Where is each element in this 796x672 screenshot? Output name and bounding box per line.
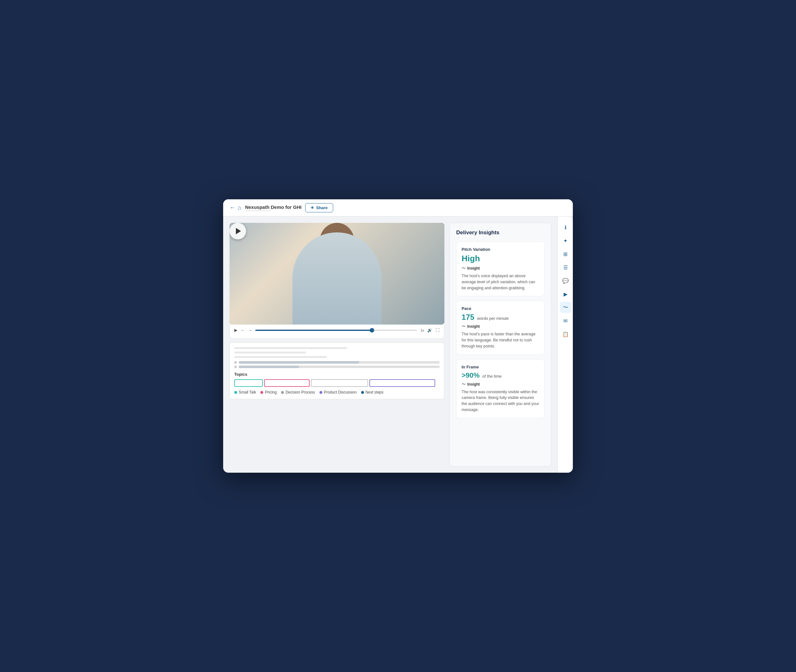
track-dot-1 [234,361,237,364]
frame-insight-desc: The host was consistently visible within… [462,389,539,413]
pace-insight-row: 〜 Insight [462,323,539,329]
track-bar-1 [239,361,440,364]
legend-item-4: Next steps [361,390,384,395]
title-area: Nexuspath Demo for GHI [245,205,302,211]
pitch-insight-row: 〜 Insight [462,266,539,271]
volume-icon[interactable]: 🔊 [427,328,432,333]
person-body [293,232,382,325]
pitch-trend-icon: 〜 [462,266,466,271]
progress-thumb [370,328,374,333]
track-dot-2 [234,366,237,368]
track-bar-2 [239,366,440,368]
speed-button[interactable]: 1x [420,328,424,332]
controls-row: ▶ ← → 1x 🔊 ⛶ [234,328,440,333]
pitch-insight-tag: Insight [467,266,480,270]
pace-value-unit: words per minute [477,316,509,321]
app-window: ← ⌂ Nexuspath Demo for GHI ✈ Share [223,199,573,473]
page-title: Nexuspath Demo for GHI [245,205,302,210]
legend-dot-3 [320,391,322,394]
nav-area: ← ⌂ [230,205,241,211]
track-fill-1 [239,361,359,364]
frame-value-row: >90% of the time [462,371,539,379]
frame-insight-tag: Insight [467,382,480,387]
top-bar: ← ⌂ Nexuspath Demo for GHI ✈ Share [223,199,573,216]
back-button[interactable]: ← [230,205,235,211]
pace-value: 175 [462,313,474,322]
legend-dot-2 [281,391,284,394]
topic-bar-pricing [264,379,309,387]
speaker-track-1 [234,361,440,364]
sidebar-icon-video[interactable]: ▶ [560,288,571,300]
legend-label-0: Small Talk [239,390,256,395]
share-button[interactable]: ✈ Share [305,203,333,212]
legend-dot-0 [234,391,237,394]
legend-item-3: Product Discussion [320,390,356,395]
topics-legend: Small Talk Pricing Decision Process [234,390,440,395]
speaker-tracks [234,361,440,368]
legend-label-1: Pricing [265,390,277,395]
pace-insight-tag: Insight [467,324,480,329]
frame-value-unit: of the time [482,374,502,379]
legend-item-0: Small Talk [234,390,256,395]
waveform-area: Topics Small Talk [230,342,444,399]
legend-dot-4 [361,391,364,394]
skip-back-icon[interactable]: ← [241,328,245,333]
topic-bar-product [369,379,435,387]
waveform-line-1 [234,347,347,349]
home-button[interactable]: ⌂ [238,205,241,211]
frame-trend-icon: 〜 [462,381,466,387]
sidebar-icon-info[interactable]: ℹ [560,222,571,233]
topics-label: Topics [234,372,440,377]
sidebar-icon-analytics[interactable]: 〜 [560,302,571,313]
frame-metric-label: In Frame [462,365,539,370]
pace-trend-icon: 〜 [462,323,466,329]
waveform-line-2 [234,352,306,354]
legend-item-2: Decision Process [281,390,315,395]
sidebar-icon-notes[interactable]: 📋 [560,328,571,340]
frame-value: >90% [462,371,480,379]
legend-label-4: Next steps [366,390,384,395]
pace-card: Pace 175 words per minute 〜 Insight The … [456,301,545,354]
main-layout: ▶ ← → 1x 🔊 ⛶ [223,216,558,473]
waveform-lines [234,347,440,358]
topics-bars [234,379,440,387]
pace-insight-desc: The host's pace is faster than the avera… [462,331,539,349]
skip-forward-icon[interactable]: → [248,328,252,333]
pitch-insight-desc: The host's voice displayed an above aver… [462,273,539,291]
pace-metric-label: Pace [462,306,539,311]
play-button[interactable] [230,223,246,239]
sidebar-icon-sparkles[interactable]: ✦ [560,235,571,246]
video-controls: ▶ ← → 1x 🔊 ⛶ [230,325,444,339]
title-underline [245,210,270,211]
share-icon: ✈ [310,205,314,210]
sidebar-icon-list[interactable]: ☰ [560,262,571,273]
video-player[interactable] [230,223,444,325]
sidebar-icons: ℹ ✦ ⊞ ☰ 💬 ▶ 〜 ✉ 📋 [558,216,573,473]
sidebar-icon-card[interactable]: ⊞ [560,248,571,260]
left-panel: ▶ ← → 1x 🔊 ⛶ [230,223,444,466]
legend-dot-1 [261,391,263,394]
pitch-value: High [462,254,539,264]
legend-label-2: Decision Process [286,390,315,395]
play-pause-icon[interactable]: ▶ [234,328,237,333]
legend-label-3: Product Discussion [324,390,356,395]
waveform-line-3 [234,356,327,358]
fullscreen-icon[interactable]: ⛶ [435,328,440,333]
topic-bar-decision [311,379,368,387]
pitch-variation-card: Pitch Variation High 〜 Insight The host'… [456,242,545,296]
in-frame-card: In Frame >90% of the time 〜 Insight The … [456,359,545,418]
sidebar-icon-mail[interactable]: ✉ [560,315,571,326]
speaker-track-2 [234,366,440,368]
delivery-insights-panel: Delivery Insights Pitch Variation High 〜… [449,223,551,466]
track-fill-2 [239,366,299,368]
frame-insight-row: 〜 Insight [462,381,539,387]
pace-value-row: 175 words per minute [462,313,539,322]
topics-section: Topics Small Talk [234,372,440,395]
legend-item-1: Pricing [261,390,277,395]
progress-fill [255,330,372,331]
pitch-metric-label: Pitch Variation [462,247,539,252]
topic-bar-small-talk [234,379,263,387]
insights-title: Delivery Insights [456,229,545,236]
progress-bar[interactable] [255,330,417,331]
sidebar-icon-chat[interactable]: 💬 [560,275,571,286]
